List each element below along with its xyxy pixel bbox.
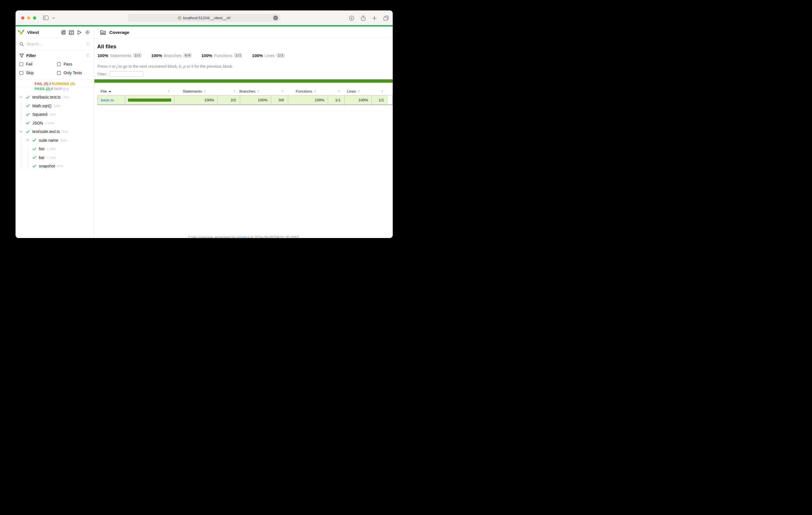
tree-item-label: test/basic.test.ts [32,95,61,99]
sort-icon[interactable] [204,90,206,93]
column-header-functions[interactable]: Functions [288,87,328,95]
checkbox-label: Only Tests [64,70,82,75]
sort-ascending-icon [109,91,111,92]
chevron-down-icon[interactable] [26,139,32,141]
pass-check-icon [26,113,32,116]
coverage-filter-row: Filter: [97,71,393,77]
coverage-filter-input[interactable] [109,71,144,77]
dashboard-icon[interactable] [69,30,74,35]
tree-item[interactable]: Math.sqrt()1ms [16,102,94,111]
tree-item[interactable]: test/basic.test.ts2ms [16,93,94,102]
sort-icon[interactable] [338,90,340,93]
tree-item-duration: 1ms [54,104,60,108]
coverage-title: Coverage [109,30,129,35]
share-icon[interactable] [361,15,366,21]
tree-guide [21,103,21,126]
sort-icon[interactable] [314,90,316,93]
column-header-branches[interactable]: Branches [240,87,271,95]
coverage-bar-cell [125,95,174,104]
search-input[interactable] [27,42,83,46]
sort-icon[interactable] [168,90,170,93]
tree-item-label: suite name [39,138,58,143]
percentage-cell: 100% [288,95,328,104]
sort-icon[interactable] [234,90,235,93]
stat-fraction: 1/1 [234,53,242,58]
downloads-icon[interactable] [349,16,354,21]
tree-item-label: bar [39,155,45,160]
column-header-sorter[interactable] [271,87,288,95]
column-header-sorter[interactable] [218,87,240,95]
column-header-sorter[interactable] [372,87,388,95]
tree-item-label: Math.sqrt() [32,103,52,108]
filter-checkbox-only-tests[interactable]: Only Tests [57,69,94,76]
tree-item[interactable]: suite name2ms [16,136,94,145]
chevron-down-icon[interactable] [20,96,26,98]
minimize-button[interactable] [27,17,30,20]
coverage-stat-lines: 100%Lines1/1 [252,53,285,58]
tree-item-duration: < 1ms [47,147,56,151]
filter-checkbox-skip[interactable]: Skip [20,69,57,76]
zoom-button[interactable] [33,17,36,20]
coverage-header: Coverage [94,27,393,38]
filter-title: Filter [26,53,36,58]
column-header-lines[interactable]: Lines [344,87,372,95]
checkbox-icon[interactable] [57,62,61,66]
sort-icon[interactable] [358,90,360,93]
tree-item[interactable]: Squared1ms [16,110,94,119]
column-header-sorter[interactable] [125,87,174,95]
tab-overview-icon[interactable] [383,16,389,21]
stat-percentage: 100% [252,53,263,58]
clear-search-filter-icon[interactable] [86,42,90,46]
funnel-icon [20,54,24,58]
tree-item[interactable]: test/suite.test.ts3ms [16,127,94,136]
chevron-down-icon[interactable] [20,131,26,133]
fraction-cell: 0/0 [271,95,288,104]
checkbox-label: Skip [26,70,34,75]
sort-icon[interactable] [282,90,283,93]
filter-panel: Filter FailPassSkipOnly Tests [16,50,94,79]
tree-view-icon[interactable] [61,30,65,35]
column-header-statements[interactable]: Statements [174,87,218,95]
toolbar-right-icons [349,15,389,21]
sidebar-header: Vitest [16,27,94,38]
column-header-file[interactable]: File [97,87,125,95]
clear-filter-icon[interactable] [86,54,90,58]
checkbox-icon[interactable] [20,62,23,66]
tree-guide [21,138,21,169]
fraction-cell: 1/1 [328,95,345,104]
theme-toggle-icon[interactable] [85,30,90,35]
file-link[interactable]: basic.ts [101,98,114,102]
status-skip: SKIP (--) [54,87,69,91]
coverage-report: All files 100%Statements2/2100%Branches0… [94,43,393,238]
coverage-bar-track [128,98,171,102]
tree-item-duration: 3ms [62,130,68,133]
url-text: localhost:51204/__vitest__/#/ [183,16,231,20]
sidebar-toggle-icon[interactable] [43,16,49,20]
new-tab-icon[interactable] [372,16,377,21]
run-all-icon[interactable] [78,30,82,35]
stat-fraction: 2/2 [133,53,142,58]
url-bar[interactable]: localhost:51204/__vitest__/#/ [128,14,281,22]
pass-check-icon [26,130,32,133]
checkbox-icon[interactable] [20,71,23,75]
checkbox-icon[interactable] [57,71,61,75]
istanbul-link[interactable]: istanbul [236,235,249,238]
sort-icon[interactable] [381,90,383,93]
tree-item-duration: 1ms [50,113,56,116]
close-button[interactable] [21,17,24,20]
filter-checkbox-fail[interactable]: Fail [20,61,57,67]
chevron-down-icon[interactable] [52,17,55,19]
tree-item[interactable]: JSON< 1ms [16,119,94,128]
filter-checkbox-pass[interactable]: Pass [57,61,94,67]
sort-icon[interactable] [257,90,259,93]
footer-text: Code coverage generated by [188,235,236,238]
column-header-sorter[interactable] [328,87,344,95]
page-menu-ellipsis-icon[interactable] [273,16,278,20]
tree-item-duration: < 1ms [45,121,54,125]
vitest-sidebar: Vitest [16,27,94,238]
tree-item-duration: 2ms [60,139,67,142]
globe-icon [178,16,181,20]
fraction-cell: 1/1 [372,95,388,104]
pass-check-icon [32,139,39,142]
test-tree: test/basic.test.ts2msMath.sqrt()1msSquar… [16,93,94,171]
